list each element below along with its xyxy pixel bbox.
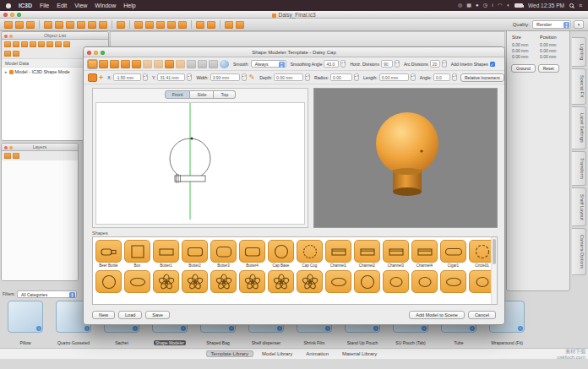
remove-layer-icon[interactable]	[13, 153, 19, 159]
side-tab-shelf-layout[interactable]: Shelf Layout	[572, 187, 586, 227]
shape-tile[interactable]	[325, 270, 351, 293]
shape-tile[interactable]	[239, 270, 265, 293]
layers-list[interactable]	[2, 160, 78, 281]
ground-button[interactable]: Ground	[511, 64, 536, 73]
panel-controls[interactable]	[4, 146, 13, 149]
scale-icon[interactable]	[99, 21, 107, 29]
panel-controls[interactable]	[4, 35, 13, 38]
tab-animation[interactable]: Animation	[301, 350, 334, 357]
side-tab-transform[interactable]: Transform	[572, 151, 586, 186]
shape-tile-channel4[interactable]: Channel4	[411, 240, 438, 268]
render-options-dropdown[interactable]: ▾	[574, 20, 584, 29]
side-tab-camera-options[interactable]: Camera Options	[572, 228, 586, 275]
save-file-icon[interactable]	[26, 21, 35, 29]
spotlight-search-icon[interactable]	[569, 3, 574, 8]
shape-tile-butter1[interactable]: Butter1	[153, 240, 179, 268]
redo-icon[interactable]	[236, 21, 244, 29]
export-icon[interactable]	[30, 41, 36, 47]
shape-tile-channel3[interactable]: Channel3	[383, 240, 409, 268]
shape-tile-beer-bottle[interactable]: Beer Bottle	[95, 240, 122, 268]
shape-tool-icon[interactable]	[132, 60, 141, 68]
volume-icon[interactable]: ◖	[506, 0, 509, 11]
align-left-icon[interactable]	[134, 21, 143, 29]
menu-edit[interactable]: Edit	[57, 3, 67, 8]
info-icon[interactable]: i	[325, 326, 330, 331]
info-icon[interactable]: i	[36, 326, 41, 331]
stepper-control[interactable]: ▲▼	[411, 73, 416, 81]
info-icon[interactable]: i	[277, 326, 282, 331]
field-x[interactable]: -1.50 mm	[113, 73, 141, 81]
dialog-zoom-button[interactable]	[101, 51, 105, 55]
info-icon[interactable]: i	[133, 326, 138, 331]
camera-icon[interactable]	[207, 21, 215, 29]
stepper-control[interactable]: ▲▼	[242, 73, 247, 81]
field-radius[interactable]: 0.00	[330, 73, 352, 81]
shape-tile-butter3[interactable]: Butter3	[210, 240, 237, 268]
folder-icon[interactable]	[4, 41, 11, 47]
disclosure-triangle-icon[interactable]: ▸	[5, 69, 8, 74]
shape-tile-channel1[interactable]: Channel1	[325, 240, 351, 268]
wifi-icon[interactable]: ◠	[498, 0, 502, 11]
info-icon[interactable]: i	[470, 326, 475, 331]
new-button[interactable]: New	[92, 311, 115, 319]
snap-icon[interactable]	[117, 21, 125, 29]
undo-icon[interactable]	[225, 21, 233, 29]
view-tab-side[interactable]: Side	[190, 90, 214, 99]
move-icon[interactable]	[77, 21, 85, 29]
shape-tile[interactable]	[440, 270, 466, 293]
info-icon[interactable]: i	[84, 326, 90, 331]
field-length[interactable]: 0.00 mm	[379, 73, 409, 81]
shape-tile[interactable]	[95, 270, 122, 293]
dialog-titlebar[interactable]: Shape Modeler Template - Daisy Cap	[84, 47, 504, 57]
preview-3d-viewport[interactable]	[313, 88, 498, 228]
add-point-icon[interactable]: +	[99, 73, 103, 82]
text-icon[interactable]	[167, 21, 176, 29]
smooth-select[interactable]: Always▲▼	[251, 60, 286, 68]
search-icon[interactable]	[55, 21, 63, 29]
delete-folder-icon[interactable]	[13, 51, 19, 57]
app-grid-icon[interactable]: ▦	[466, 0, 471, 11]
view-tab-front[interactable]: Front	[165, 90, 191, 99]
shape-tile-cap-cog[interactable]: Cap Cog	[297, 240, 323, 268]
load-button[interactable]: Load	[118, 311, 142, 319]
shape-tile-cigar1[interactable]: Cigar1	[440, 240, 466, 268]
shape-tile[interactable]	[268, 270, 294, 293]
open-file-icon[interactable]	[15, 21, 24, 29]
shape-tile[interactable]	[383, 270, 409, 293]
import-icon[interactable]	[21, 41, 28, 47]
arc-tool-icon[interactable]	[198, 60, 207, 68]
shape-tile[interactable]	[153, 270, 179, 293]
select-tool-icon[interactable]	[88, 60, 97, 68]
new-folder-icon[interactable]	[4, 51, 11, 57]
shape-tile-box[interactable]: Box	[124, 240, 150, 268]
info-icon[interactable]: i	[518, 326, 523, 331]
stroke-tool-icon[interactable]	[176, 60, 185, 68]
menu-window[interactable]: Window	[95, 3, 116, 8]
smoothing-angle-field[interactable]: 43.0	[324, 60, 339, 68]
object-list-header[interactable]: Object List	[2, 32, 108, 40]
shape-tile[interactable]	[210, 270, 237, 293]
shape-tile[interactable]	[124, 270, 150, 293]
stepper-control[interactable]: ▲▼	[340, 60, 346, 68]
side-tab-lighting[interactable]: Lighting	[572, 37, 586, 67]
box-icon[interactable]	[196, 21, 204, 29]
cylinder-icon[interactable]	[55, 41, 62, 47]
select-icon[interactable]	[44, 21, 52, 29]
save-button[interactable]: Save	[145, 311, 170, 319]
layers-header[interactable]: Layers	[2, 144, 78, 151]
dialog-close-button[interactable]	[87, 51, 91, 55]
shape-tile-cap-base[interactable]: Cap Base	[268, 240, 294, 268]
bluetooth-icon[interactable]: ≀	[492, 0, 493, 11]
node-tool-icon[interactable]	[121, 60, 130, 68]
info-icon[interactable]: i	[229, 326, 234, 331]
grab-icon[interactable]	[178, 21, 187, 29]
menu-file[interactable]: File	[40, 3, 49, 8]
tab-template-library[interactable]: Template Library	[206, 350, 253, 357]
zoom-tool-icon[interactable]	[99, 60, 108, 68]
folder-open-icon[interactable]	[13, 41, 19, 47]
filters-select[interactable]: All Categories▲▼	[17, 290, 77, 298]
clock-icon[interactable]: ◷	[483, 0, 487, 11]
shapes-scrollbar[interactable]	[491, 237, 497, 304]
side-tab-label-settings[interactable]: Label Settings	[572, 106, 586, 149]
arc-divisions-field[interactable]: 20	[430, 60, 440, 68]
